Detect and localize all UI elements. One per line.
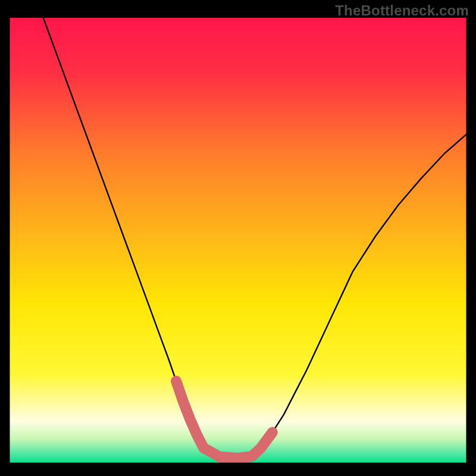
watermark-text: TheBottleneck.com	[335, 2, 469, 19]
gradient-background	[9, 18, 467, 464]
plot-canvas: TheBottleneck.com	[0, 0, 476, 476]
plot-svg	[0, 0, 476, 476]
